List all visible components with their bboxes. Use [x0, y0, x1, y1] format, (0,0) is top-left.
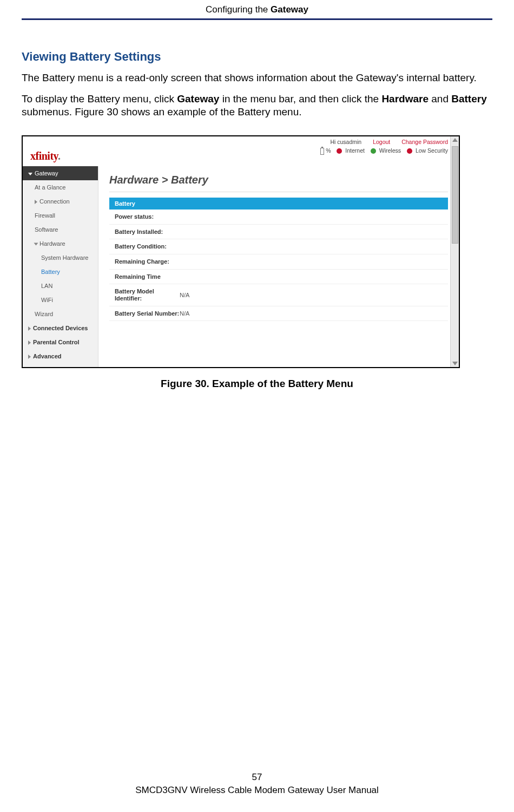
chevron-right-icon: [28, 340, 31, 345]
p2-t3: and: [429, 93, 451, 104]
logo-text: xfinity.: [30, 150, 60, 162]
chevron-down-icon: [28, 173, 32, 175]
label-remaining-time: Remaining Time: [115, 273, 180, 280]
row-power-status: Power status:: [109, 209, 448, 225]
scroll-thumb[interactable]: [452, 146, 458, 244]
main-panel: Hardware > Battery Battery Power status:…: [98, 166, 459, 367]
sidebar-item-lan[interactable]: LAN: [23, 279, 98, 293]
value-serial: N/A: [180, 310, 189, 317]
sidebar-item-software[interactable]: Software: [23, 222, 98, 237]
figure-screenshot: xfinity. Hi cusadmin Logout Change Passw…: [22, 135, 460, 368]
p2-b1: Gateway: [177, 93, 219, 104]
scrollbar[interactable]: [450, 136, 459, 367]
header-bold: Gateway: [271, 4, 308, 15]
sidebar-item-connected-devices[interactable]: Connected Devices: [23, 321, 98, 335]
p2-t4: submenus. Figure 30 shows an example of …: [22, 106, 302, 117]
sidebar-item-gateway[interactable]: Gateway: [23, 166, 98, 180]
sidebar-item-parental-control[interactable]: Parental Control: [23, 335, 98, 349]
status-dot-red-icon: [407, 148, 412, 154]
value-model-id: N/A: [180, 292, 189, 298]
paragraph-1: The Battery menu is a read-only screen t…: [22, 71, 492, 85]
manual-title: SMCD3GNV Wireless Cable Modem Gateway Us…: [0, 785, 514, 796]
sidebar-item-connection[interactable]: Connection: [23, 194, 98, 208]
row-model-id: Battery Model Identifier: N/A: [109, 284, 448, 306]
header-prefix: Configuring the: [206, 4, 271, 15]
chevron-right-icon: [28, 326, 31, 331]
page-header: Configuring the Gateway: [0, 0, 514, 18]
paragraph-2: To display the Battery menu, click Gatew…: [22, 93, 492, 119]
row-battery-condition: Battery Condition:: [109, 239, 448, 254]
status-security: Low Security: [407, 147, 448, 154]
sidebar: Gateway At a Glance Connection Firewall …: [23, 166, 98, 367]
logout-link[interactable]: Logout: [373, 139, 390, 145]
breadcrumb: Hardware > Battery: [109, 172, 448, 192]
row-remaining-charge: Remaining Charge:: [109, 254, 448, 270]
sidebar-item-system-hardware[interactable]: System Hardware: [23, 251, 98, 265]
panel-title: Battery: [109, 198, 448, 209]
label-serial: Battery Serial Number:: [115, 310, 180, 317]
sidebar-item-wifi[interactable]: WiFi: [23, 293, 98, 307]
status-dot-red-icon: [337, 148, 342, 154]
page-footer: 57 SMCD3GNV Wireless Cable Modem Gateway…: [0, 772, 514, 796]
scroll-up-icon[interactable]: [452, 138, 458, 142]
row-remaining-time: Remaining Time: [109, 270, 448, 285]
row-battery-installed: Battery Installed:: [109, 225, 448, 240]
status-internet: Internet: [337, 147, 365, 154]
p2-b3: Battery: [451, 93, 486, 104]
sidebar-item-at-a-glance[interactable]: At a Glance: [23, 180, 98, 194]
sidebar-item-troubleshooting[interactable]: Troubleshooting: [23, 363, 98, 368]
sidebar-item-hardware[interactable]: Hardware: [23, 237, 98, 251]
label-model-id: Battery Model Identifier:: [115, 288, 180, 302]
label-battery-condition: Battery Condition:: [115, 243, 180, 250]
battery-icon: [320, 148, 324, 155]
greeting: Hi cusadmin: [330, 139, 361, 145]
figure-caption: Figure 30. Example of the Battery Menu: [22, 378, 492, 390]
p2-t2: in the menu bar, and then click the: [219, 93, 381, 104]
scroll-down-icon[interactable]: [452, 362, 458, 365]
page-number: 57: [0, 772, 514, 783]
sidebar-item-battery[interactable]: Battery: [23, 265, 98, 279]
sidebar-item-firewall[interactable]: Firewall: [23, 208, 98, 222]
label-battery-installed: Battery Installed:: [115, 228, 180, 235]
status-dot-green-icon: [371, 148, 376, 154]
sidebar-item-advanced[interactable]: Advanced: [23, 349, 98, 363]
label-power-status: Power status:: [115, 213, 180, 220]
change-password-link[interactable]: Change Password: [401, 139, 448, 145]
p2-t1: To display the Battery menu, click: [22, 93, 177, 104]
label-remaining-charge: Remaining Charge:: [115, 258, 180, 265]
section-title: Viewing Battery Settings: [22, 50, 492, 64]
battery-indicator: %: [320, 147, 331, 155]
chevron-right-icon: [34, 243, 38, 246]
row-serial: Battery Serial Number: N/A: [109, 306, 448, 322]
chevron-right-icon: [28, 355, 31, 359]
chevron-right-icon: [35, 200, 37, 204]
logo: xfinity.: [23, 136, 115, 166]
p2-b2: Hardware: [381, 93, 429, 104]
sidebar-item-wizard[interactable]: Wizard: [23, 307, 98, 321]
status-wireless: Wireless: [371, 147, 401, 154]
